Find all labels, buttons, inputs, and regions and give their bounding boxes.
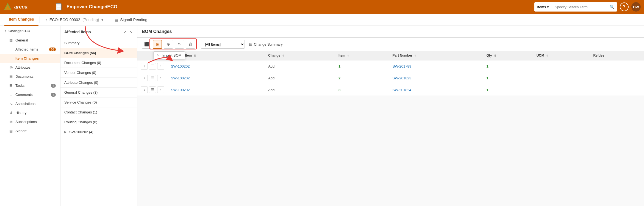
sidebar-item-subscriptions[interactable]: ✉ Subscriptions — [0, 117, 60, 126]
row3-upload-button[interactable]: ↑ — [157, 87, 164, 93]
search-category-dropdown[interactable]: Items ▾ — [534, 2, 552, 12]
help-button[interactable]: ? — [620, 2, 629, 11]
sidebar-item-associations[interactable]: ⌥ Associations — [0, 99, 60, 108]
middle-item-attribute-changes[interactable]: Attribute Changes (0) — [60, 78, 137, 88]
row3-item-num: 3 — [338, 88, 340, 92]
table-row: ↓ ☰ ↑ SW-100202 Add 3 — [137, 84, 644, 96]
middle-item-bom-changes[interactable]: BOM Changes (56) — [60, 48, 137, 58]
middle-panel-actions: ⤢ ⤡ — [123, 29, 133, 35]
sidebar-item-comments[interactable]: □ Comments 4 — [0, 90, 60, 99]
document-changes-label: Document Changes (0) — [64, 61, 101, 65]
sidebar-section-change-eco[interactable]: ↑ Change/ECO — [0, 26, 60, 36]
middle-item-routing-changes[interactable]: Routing Changes (0) — [60, 117, 137, 127]
toolbar-copy-button[interactable]: ⊕ — [164, 40, 173, 49]
change-summary-button[interactable]: ▦ Change Summary — [249, 42, 283, 46]
row2-affected-item-link[interactable]: SW-100202 — [171, 76, 190, 80]
row2-part-number-link[interactable]: SW-201823 — [393, 76, 411, 80]
tab-item-changes-label: Item Changes — [9, 17, 34, 21]
row2-affected-item: SW-100202 — [168, 72, 265, 84]
col-refdes[interactable]: Refdes — [590, 51, 644, 60]
row2-download-button[interactable]: ↓ — [141, 75, 148, 81]
middle-item-service-changes[interactable]: Service Changes (0) — [60, 98, 137, 107]
sub-header-divider2 — [109, 16, 109, 23]
expand-panel-button[interactable]: ⤢ — [123, 29, 127, 35]
col-item[interactable]: Item ⇅ — [335, 51, 389, 60]
tab-signoff[interactable]: ▤ Signoff Pending — [110, 14, 152, 26]
row1-part-number: SW-201789 — [389, 60, 483, 72]
row1-upload-button[interactable]: ↑ — [157, 63, 164, 69]
hamburger-button[interactable]: ☰ — [56, 3, 62, 10]
row2-menu-button[interactable]: ☰ — [149, 75, 156, 81]
toolbar-delete-rows-button[interactable]: ⬛ — [142, 40, 151, 49]
row2-change: Add — [265, 72, 335, 84]
row2-item-num: 2 — [338, 76, 340, 80]
sidebar-item-documents[interactable]: ▤ Documents — [0, 72, 60, 81]
filter-dropdown[interactable]: [All Items] Added Items Removed Items Mo… — [201, 40, 245, 49]
row1-action-buttons: ↓ ☰ ↑ — [141, 63, 164, 69]
middle-item-sw100202[interactable]: ▶ SW-100202 (4) — [60, 127, 137, 137]
row3-menu-button[interactable]: ☰ — [149, 87, 156, 93]
item-changes-icon: ↑ — [9, 56, 13, 60]
delete-rows-icon: ⬛ — [144, 42, 149, 46]
general-icon: ▦ — [9, 38, 13, 42]
row3-part-number-link[interactable]: SW-201824 — [393, 88, 411, 92]
row2-upload-button[interactable]: ↑ — [157, 75, 164, 81]
sidebar-item-history[interactable]: ↺ History — [0, 108, 60, 117]
row2-qty: 1 — [483, 72, 533, 84]
copy-icon: ⊕ — [167, 42, 170, 46]
table-wrap: Affected Item ⇅ Change ⇅ Item ⇅ Part N — [137, 51, 644, 206]
sidebar-item-affected-items[interactable]: ↑ Affected Items 56 — [0, 45, 60, 54]
col-change[interactable]: Change ⇅ — [265, 51, 335, 60]
sidebar-item-subscriptions-label: Subscriptions — [15, 120, 37, 124]
middle-item-contact-changes[interactable]: Contact Changes (1) — [60, 107, 137, 117]
table-row: ↓ ☰ ↑ SW-100202 Add 2 — [137, 72, 644, 84]
affected-items-badge: 56 — [49, 48, 56, 51]
signoff-icon: ▤ — [115, 18, 118, 22]
row1-item: 1 — [335, 60, 389, 72]
avatar[interactable]: HW — [631, 2, 641, 12]
toolbar-import-bom-button[interactable]: ⊞ — [153, 40, 162, 49]
col-refdes-label: Refdes — [593, 54, 604, 57]
import-bom-icon: ⊞ — [156, 42, 159, 47]
collapse-panel-button[interactable]: ⤡ — [129, 29, 133, 35]
sidebar-item-tasks[interactable]: ☰ Tasks 4 — [0, 81, 60, 90]
general-changes-label: General Changes (3) — [64, 90, 98, 94]
row1-item-num: 1 — [338, 64, 340, 68]
tab-item-changes[interactable]: Item Changes — [4, 14, 38, 26]
sidebar-item-general[interactable]: ▦ General — [0, 36, 60, 45]
sub-header-divider1 — [40, 16, 40, 23]
row3-uom — [533, 84, 590, 96]
row3-download-button[interactable]: ↓ — [141, 87, 148, 93]
middle-item-vendor-changes[interactable]: Vendor Changes (0) — [60, 68, 137, 78]
toolbar-refresh-button[interactable]: ⟳ — [175, 40, 184, 49]
row1-download-button[interactable]: ↓ — [141, 63, 148, 69]
sidebar-item-history-label: History — [15, 111, 26, 115]
row1-menu-button[interactable]: ☰ — [149, 63, 156, 69]
sidebar-item-tasks-label: Tasks — [15, 83, 24, 88]
sidebar-item-attributes[interactable]: ◎ Attributes — [0, 63, 60, 72]
row1-part-number-link[interactable]: SW-201789 — [393, 64, 411, 68]
search-category-label: Items — [537, 5, 546, 9]
eco-label: ECO: ECO-00002 — [49, 18, 80, 22]
affected-items-icon: ↑ — [9, 47, 13, 51]
tab-eco[interactable]: ↑ ECO: ECO-00002 (Pending) ▾ — [41, 14, 108, 26]
attributes-icon: ◎ — [9, 65, 13, 69]
search-input[interactable] — [552, 3, 607, 11]
middle-item-summary[interactable]: Summary — [60, 38, 137, 48]
row3-affected-item-link[interactable]: SW-100202 — [171, 88, 190, 92]
row1-affected-item-link[interactable]: SW-100202 — [171, 64, 190, 68]
sidebar-item-signoff[interactable]: ▤ Signoff — [0, 126, 60, 135]
row1-refdes — [590, 60, 644, 72]
col-qty[interactable]: Qty ⇅ — [483, 51, 533, 60]
right-panel-header: BOM Changes — [137, 26, 644, 38]
right-panel: BOM Changes ⬛ ⊞ ⊕ ⟳ 🗑 [All Items] — [137, 26, 644, 206]
middle-item-general-changes[interactable]: General Changes (3) — [60, 88, 137, 98]
col-part-number[interactable]: Part Number ⇅ — [389, 51, 483, 60]
tasks-icon: ☰ — [9, 83, 13, 88]
col-uom[interactable]: UOM ⇅ — [533, 51, 590, 60]
search-button[interactable]: 🔍 — [607, 3, 617, 11]
sidebar-item-item-changes[interactable]: ↑ Item Changes — [0, 54, 60, 63]
row3-actions: ↓ ☰ ↑ — [137, 84, 168, 96]
middle-item-document-changes[interactable]: Document Changes (0) — [60, 58, 137, 68]
toolbar-trash-button[interactable]: 🗑 — [186, 40, 195, 49]
